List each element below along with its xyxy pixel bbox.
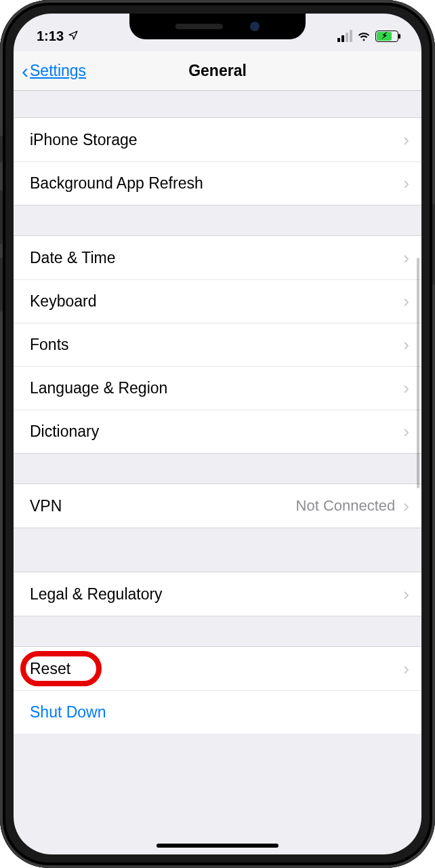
chevron-right-icon: › — [403, 248, 409, 269]
section-gap — [14, 528, 421, 572]
chevron-right-icon: › — [403, 584, 409, 605]
row-label: iPhone Storage — [30, 131, 395, 149]
cellular-signal-icon — [337, 30, 352, 42]
row-label: VPN — [30, 497, 296, 515]
row-reset[interactable]: Reset› — [14, 647, 421, 690]
chevron-right-icon: › — [403, 334, 409, 355]
section-gap — [14, 205, 421, 236]
row-label: Shut Down — [30, 703, 409, 722]
row-label: Language & Region — [30, 379, 395, 397]
volume-down-button — [0, 258, 3, 312]
back-label: Settings — [30, 62, 86, 80]
chevron-right-icon: › — [403, 496, 409, 517]
row-fonts[interactable]: Fonts› — [14, 323, 421, 366]
chevron-right-icon: › — [403, 378, 409, 399]
section: Reset›Shut Down — [14, 647, 421, 734]
front-camera — [250, 22, 260, 31]
row-shut-down[interactable]: Shut Down — [14, 690, 421, 734]
row-label: Keyboard — [30, 292, 395, 311]
settings-list[interactable]: iPhone Storage›Background App Refresh›Da… — [14, 91, 421, 734]
page-title: General — [188, 62, 247, 80]
row-label: Background App Refresh — [30, 174, 395, 193]
chevron-right-icon: › — [403, 291, 409, 312]
section: Date & Time›Keyboard›Fonts›Language & Re… — [14, 236, 421, 453]
scroll-indicator — [417, 258, 419, 488]
row-label: Fonts — [30, 336, 395, 354]
volume-up-button — [0, 190, 3, 244]
chevron-right-icon: › — [403, 130, 409, 151]
row-label: Date & Time — [30, 249, 395, 267]
home-indicator[interactable] — [157, 844, 278, 848]
row-label: Dictionary — [30, 422, 395, 441]
back-button[interactable]: ‹ Settings — [22, 52, 86, 90]
section-gap — [14, 616, 421, 647]
clock-label: 1:13 — [37, 28, 64, 44]
row-vpn[interactable]: VPNNot Connected› — [14, 484, 421, 528]
status-left: 1:13 — [37, 22, 79, 44]
row-value: Not Connected — [296, 497, 396, 515]
section-gap — [14, 453, 421, 484]
screen: 1:13 ⚡︎ ‹ Sett — [14, 14, 421, 854]
section: iPhone Storage›Background App Refresh› — [14, 118, 421, 205]
chevron-left-icon: ‹ — [22, 61, 28, 81]
row-keyboard[interactable]: Keyboard› — [14, 279, 421, 323]
row-label: Reset — [30, 660, 395, 678]
chevron-right-icon: › — [403, 658, 409, 679]
phone-frame: 1:13 ⚡︎ ‹ Sett — [0, 0, 435, 868]
chevron-right-icon: › — [403, 173, 409, 194]
battery-icon: ⚡︎ — [375, 31, 398, 42]
chevron-right-icon: › — [403, 421, 409, 442]
nav-header: ‹ Settings General — [14, 52, 421, 91]
section: Legal & Regulatory› — [14, 572, 421, 616]
section-gap — [14, 91, 421, 118]
row-legal-regulatory[interactable]: Legal & Regulatory› — [14, 572, 421, 616]
row-iphone-storage[interactable]: iPhone Storage› — [14, 118, 421, 161]
notch — [129, 14, 306, 39]
location-arrow-icon — [68, 28, 79, 44]
row-dictionary[interactable]: Dictionary› — [14, 410, 421, 453]
row-label: Legal & Regulatory — [30, 585, 395, 604]
row-background-app-refresh[interactable]: Background App Refresh› — [14, 161, 421, 205]
mute-switch — [0, 136, 3, 163]
power-button — [432, 203, 435, 285]
wifi-icon — [356, 28, 371, 43]
row-language-region[interactable]: Language & Region› — [14, 366, 421, 410]
row-date-time[interactable]: Date & Time› — [14, 236, 421, 279]
status-right: ⚡︎ — [337, 22, 398, 43]
section: VPNNot Connected› — [14, 484, 421, 528]
speaker-grille — [175, 24, 223, 29]
